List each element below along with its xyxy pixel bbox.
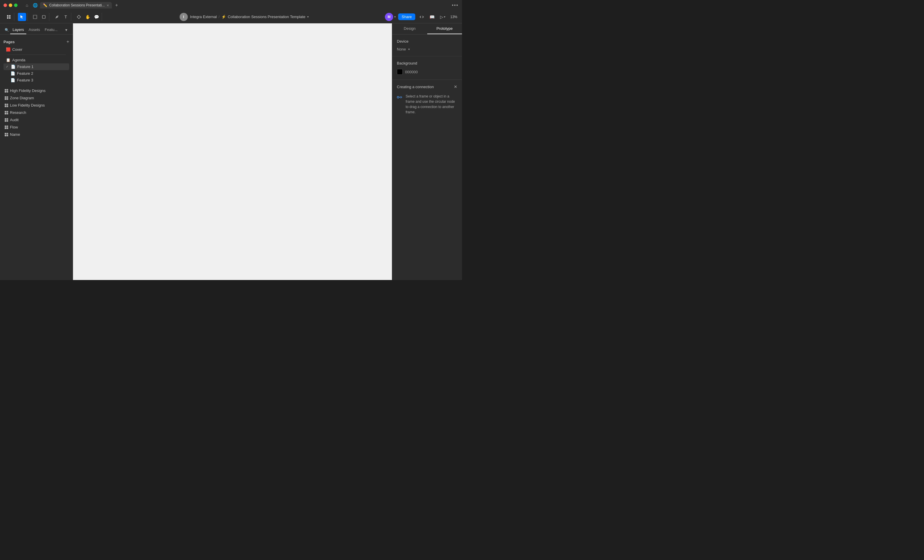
tab-prototype[interactable]: Prototype	[427, 23, 462, 34]
page-icon-cover: 🟥	[6, 47, 10, 52]
shape-tool-button[interactable]	[40, 13, 48, 21]
minimize-button[interactable]	[9, 3, 12, 7]
add-page-button[interactable]: +	[67, 39, 69, 44]
play-button[interactable]: ▷▾	[439, 13, 447, 21]
svg-point-5	[57, 16, 57, 17]
panel-tabs: Design Prototype	[392, 23, 462, 34]
avatar-chevron[interactable]: ▾	[394, 15, 396, 18]
text-tool-button[interactable]: T	[62, 13, 70, 21]
home-icon[interactable]: ⌂	[26, 3, 28, 7]
frame-item-low-fidelity[interactable]: Low Fidelity Designs	[0, 102, 73, 109]
frame-item-name[interactable]: Name	[0, 131, 73, 138]
frame-item-research[interactable]: Research	[0, 109, 73, 116]
close-button[interactable]	[3, 3, 7, 7]
page-label-feature3: Feature 3	[17, 78, 33, 82]
workspace-name: Integra External	[190, 15, 217, 19]
connection-header: Creating a connection ✕	[397, 84, 458, 89]
code-view-button[interactable]	[418, 13, 426, 21]
page-check-icon: ✓	[6, 65, 9, 69]
connection-section: Creating a connection ✕ Select a frame o…	[392, 80, 462, 280]
globe-icon[interactable]: 🌐	[33, 3, 38, 7]
connection-arrow-icon	[397, 94, 403, 102]
background-row: 000000	[397, 69, 458, 75]
connection-close-button[interactable]: ✕	[454, 84, 458, 89]
new-tab-button[interactable]: +	[116, 3, 118, 8]
svg-rect-0	[7, 15, 9, 16]
pages-header: Pages +	[3, 39, 69, 44]
sidebar-settings-icon[interactable]: ▼	[63, 26, 69, 34]
page-item-feature1[interactable]: ✓ 📄 Feature 1	[3, 63, 69, 70]
frame-label-name: Name	[10, 132, 20, 137]
page-icon-feature2: 📄	[10, 71, 15, 76]
maximize-button[interactable]	[14, 3, 18, 7]
frame-label-research: Research	[10, 110, 26, 115]
file-title[interactable]: Collaboration Sessions Presentation Temp…	[228, 15, 306, 19]
frame-label-high-fidelity: High Fidelity Designs	[10, 88, 45, 93]
main-layout: 🔍 Layers Assets Featu... ▼ Pages + 🟥 Cov…	[0, 23, 462, 280]
hand-tool-button[interactable]: ✋	[84, 13, 92, 21]
tab-close-icon[interactable]: ✕	[106, 4, 109, 7]
frame-label-flow: Flow	[10, 125, 18, 129]
svg-rect-3	[9, 17, 10, 19]
frame-item-high-fidelity[interactable]: High Fidelity Designs	[0, 87, 73, 94]
connection-title: Creating a connection	[397, 85, 434, 89]
svg-rect-4	[42, 15, 45, 18]
frame-label-low-fidelity: Low Fidelity Designs	[10, 103, 45, 108]
sidebar-tabs: 🔍 Layers Assets Featu... ▼	[0, 23, 73, 34]
breadcrumb-separator: /	[219, 15, 220, 19]
share-button[interactable]: Share	[398, 13, 415, 20]
tool-group-other: ✋ 💬	[74, 13, 102, 21]
frame-grid-icon-name	[4, 133, 8, 136]
select-tool-button[interactable]	[18, 13, 26, 21]
tab-assets[interactable]: Assets	[26, 26, 42, 34]
background-hex[interactable]: 000000	[405, 70, 418, 74]
frame-item-zone-diagram[interactable]: Zone Diagram	[0, 94, 73, 102]
book-button[interactable]: 📖	[428, 13, 436, 21]
toolbar-center: I Integra External / ⚡ Collaboration Ses…	[104, 13, 384, 21]
page-item-cover[interactable]: 🟥 Cover	[3, 46, 69, 53]
background-section: Background 000000	[392, 56, 462, 80]
device-value: None	[397, 47, 406, 51]
page-label-feature1: Feature 1	[17, 64, 34, 69]
frame-grid-icon	[4, 89, 8, 93]
page-item-feature2[interactable]: 📄 Feature 2	[3, 70, 69, 77]
active-tab[interactable]: ✏️ Collaboration Sessions Presentati... …	[40, 2, 111, 9]
search-icon[interactable]: 🔍	[3, 26, 10, 34]
connection-body: Select a frame or object in a frame and …	[397, 94, 458, 115]
component-tool-button[interactable]	[75, 13, 83, 21]
file-title-chevron[interactable]: ▾	[307, 15, 309, 18]
toolbar: T ✋ 💬 I Integra External / ⚡ Collaborati…	[0, 10, 462, 23]
page-label-feature2: Feature 2	[17, 71, 33, 76]
traffic-lights	[3, 3, 18, 7]
frame-item-flow[interactable]: Flow	[0, 123, 73, 131]
tab-design[interactable]: Design	[392, 23, 427, 34]
device-chevron[interactable]: ▾	[408, 48, 410, 51]
tool-group-frame	[30, 13, 50, 21]
device-row: None ▾	[397, 47, 458, 51]
sidebar: 🔍 Layers Assets Featu... ▼ Pages + 🟥 Cov…	[0, 23, 73, 280]
pen-tool-button[interactable]	[53, 13, 61, 21]
frame-item-audit[interactable]: Audit	[0, 116, 73, 123]
sidebar-content: Pages + 🟥 Cover 📋 Agenda ✓ 📄 Feature 1	[0, 34, 73, 280]
frame-grid-icon-flow	[4, 126, 8, 129]
comment-tool-button[interactable]: 💬	[92, 13, 100, 21]
tab-features[interactable]: Featu...	[42, 26, 60, 34]
page-icon-agenda: 📋	[6, 58, 10, 62]
frame-grid-icon-low	[4, 104, 8, 107]
page-item-feature3[interactable]: 📄 Feature 3	[3, 77, 69, 84]
main-menu-button[interactable]	[4, 13, 13, 21]
page-label-agenda: Agenda	[12, 58, 26, 62]
tab-layers[interactable]: Layers	[10, 26, 26, 34]
frame-label-zone-diagram: Zone Diagram	[10, 96, 34, 100]
user-avatar[interactable]: M	[385, 13, 393, 21]
right-panel: Design Prototype Device None ▾ Backgroun…	[392, 23, 462, 280]
frame-tool-button[interactable]	[31, 13, 39, 21]
pages-section: Pages + 🟥 Cover 📋 Agenda ✓ 📄 Feature 1	[0, 37, 73, 86]
zoom-level[interactable]: 13%	[449, 15, 459, 19]
background-color-swatch[interactable]	[397, 69, 403, 75]
frame-grid-icon-audit	[4, 118, 8, 122]
window-menu-icon[interactable]: •••	[452, 3, 459, 8]
tab-figma-icon: ✏️	[43, 3, 47, 7]
toolbar-right: M ▾ Share 📖 ▷▾ 13%	[385, 13, 459, 21]
page-item-agenda[interactable]: 📋 Agenda	[3, 57, 69, 63]
